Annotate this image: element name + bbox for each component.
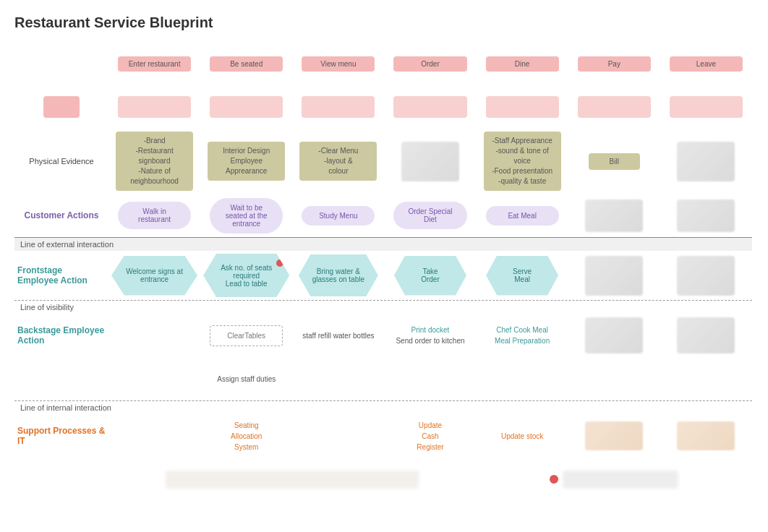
frontstage-row: Frontstage Employee Action Welcome signs…	[14, 251, 752, 300]
step-box-5	[486, 96, 559, 118]
pe-img-placeholder-7	[677, 142, 735, 181]
assign-empty-7	[660, 357, 752, 400]
ca-order-box: Order Special Diet	[393, 202, 466, 229]
stage-box-menu: View menu	[302, 56, 375, 72]
backstage-label: Backstage Employee Action	[14, 314, 108, 357]
ca-eat-box: Eat Meal	[486, 206, 559, 226]
fs-water-box: Bring water &glasses on table	[299, 254, 378, 296]
fs-servemeal-box: ServeMeal	[486, 256, 558, 296]
page: Restaurant Service Blueprint Enter resta…	[0, 0, 768, 515]
sp-cell-1	[108, 414, 200, 458]
assign-empty-4	[384, 357, 476, 400]
fs-img-placeholder-6	[585, 256, 643, 296]
step-7	[660, 85, 752, 129]
assign-duties-row: Assign staff duties	[14, 357, 752, 400]
sp-seating-box: SeatingAllocationSystem	[231, 420, 262, 452]
fs-cell-7	[660, 251, 752, 300]
fs-cell-2: Ask no. of seats requiredLead to table	[200, 251, 292, 300]
stage-box-order: Order	[393, 56, 466, 72]
ca-wait-box: Wait to be seated at the entrance	[210, 198, 283, 233]
pe-cell-2: Interior DesignEmployeeApprearance	[200, 129, 292, 194]
step-box-6	[578, 96, 651, 118]
bs-refill-box: staff refill water bottles	[299, 329, 377, 343]
physical-evidence-label: Physical Evidence	[14, 129, 108, 194]
page-title: Restaurant Service Blueprint	[14, 14, 754, 31]
sp-cashregister-box: UpdateCashRegister	[417, 420, 443, 452]
sp-img-placeholder-7	[677, 421, 735, 450]
stage-order: Order	[384, 42, 476, 85]
assign-empty-3	[292, 357, 384, 400]
support-label: Support Processes & IT	[14, 414, 108, 458]
step-indicator-sm	[43, 96, 80, 118]
stage-label-empty	[14, 42, 108, 85]
pe-staff-box: -Staff Apprearance-sound & tone of voice…	[484, 132, 561, 191]
bs-cell-3: staff refill water bottles	[292, 314, 384, 357]
customer-actions-label: Customer Actions	[14, 194, 108, 237]
fs-cell-3: Bring water &glasses on table	[292, 251, 384, 300]
bs-cell-4: Print docketSend order to kitchen	[384, 314, 476, 357]
bs-cell-2: ClearTables	[200, 314, 292, 357]
fs-img-placeholder-7	[677, 256, 735, 296]
bottom-row	[14, 458, 752, 501]
bottom-dot-icon	[550, 475, 558, 484]
bottom-img-placeholder-right	[563, 471, 678, 489]
step-box-7	[670, 96, 743, 118]
sp-cell-4: UpdateCashRegister	[384, 414, 476, 458]
stage-leave: Leave	[660, 42, 752, 85]
step-1	[108, 85, 200, 129]
pe-menu-box: -Clear Menu-layout &colour	[299, 142, 377, 181]
sp-cell-2: SeatingAllocationSystem	[200, 414, 292, 458]
sp-updatestock-box: Update stock	[501, 432, 543, 440]
stage-box-leave: Leave	[670, 56, 743, 72]
fs-cell-5: ServeMeal	[477, 251, 568, 300]
sp-cell-5: Update stock	[477, 414, 568, 458]
ca-cell-6	[568, 194, 660, 237]
bottom-blurred-text	[108, 458, 477, 501]
assign-empty-1	[108, 357, 200, 400]
bottom-right-cell	[477, 458, 752, 501]
fs-takeorder-box: TakeOrder	[394, 256, 466, 296]
step-3	[292, 85, 384, 129]
bs-chef-box: Chef Cook MealMeal Preparation	[492, 322, 552, 349]
pe-cell-3: -Clear Menu-layout &colour	[292, 129, 384, 194]
ca-cell-3: Study Menu	[292, 194, 384, 237]
fs-cell-4: TakeOrder	[384, 251, 476, 300]
stage-pay: Pay	[568, 42, 660, 85]
step-box-4	[393, 96, 466, 118]
pe-cell-1: -Brand-Restaurant signboard-Nature of ne…	[108, 129, 200, 194]
bs-cell-5: Chef Cook MealMeal Preparation	[477, 314, 568, 357]
stage-seated: Be seated	[200, 42, 292, 85]
step-indicators-row	[14, 85, 752, 129]
step-indicator-empty	[14, 85, 108, 129]
bs-cleartables-box: ClearTables	[210, 325, 283, 346]
ca-cell-2: Wait to be seated at the entrance	[200, 194, 292, 237]
assign-empty-6	[568, 357, 660, 400]
physical-evidence-row: Physical Evidence -Brand-Restaurant sign…	[14, 129, 752, 194]
sp-cell-7	[660, 414, 752, 458]
stage-enter: Enter restaurant	[108, 42, 200, 85]
step-4	[384, 85, 476, 129]
sp-img-placeholder-6	[585, 421, 643, 450]
frontstage-label: Frontstage Employee Action	[14, 251, 108, 300]
bottom-img-placeholder-left	[166, 471, 419, 489]
fs-cell-6	[568, 251, 660, 300]
pe-cell-5: -Staff Apprearance-sound & tone of voice…	[477, 129, 568, 194]
ca-cell-4: Order Special Diet	[384, 194, 476, 237]
line-external-interaction: Line of external interaction	[14, 237, 752, 251]
fs-welcome-box: Welcome signs at entrance	[111, 256, 197, 296]
step-box-2	[210, 96, 283, 118]
step-6	[568, 85, 660, 129]
pe-interior-box: Interior DesignEmployeeApprearance	[208, 142, 285, 181]
line-visibility: Line of visibility	[14, 300, 752, 314]
stage-box-dine: Dine	[486, 56, 559, 72]
assign-cell-2: Assign staff duties	[200, 357, 292, 400]
ca-cell-7	[660, 194, 752, 237]
fs-seats-box: Ask no. of seats requiredLead to table	[203, 254, 289, 297]
pe-cell-6: Bill	[568, 129, 660, 194]
stage-box-pay: Pay	[578, 56, 651, 72]
ca-img-placeholder-6	[585, 200, 643, 232]
ca-cell-5: Eat Meal	[477, 194, 568, 237]
ca-walkin-box: Walk in restaurant	[118, 202, 191, 229]
bs-cell-1	[108, 314, 200, 357]
pe-cell-7	[660, 129, 752, 194]
